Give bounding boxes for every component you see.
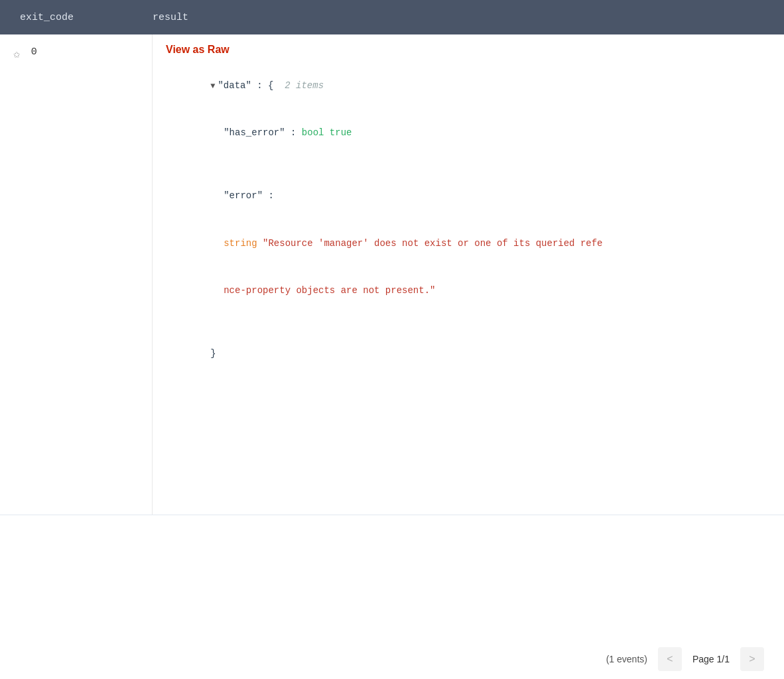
content-row: ✩ 0 View as Raw ▼"data" : { 2 items "has… xyxy=(0,34,784,515)
table-header: exit_code result xyxy=(0,0,784,34)
json-line-spacer xyxy=(166,157,771,173)
json-line-has-error: "has_error" : bool true xyxy=(166,109,771,156)
events-count: (1 events) xyxy=(606,654,647,664)
json-line-error-value2: nce-property objects are not present." xyxy=(166,267,771,314)
json-line-error-value1: string "Resource 'manager' does not exis… xyxy=(166,220,771,267)
header-result: result xyxy=(146,12,208,23)
next-page-button[interactable]: > xyxy=(740,647,764,671)
pin-icon[interactable]: ✩ xyxy=(13,46,21,61)
json-line-error-key: "error" : xyxy=(166,173,771,220)
view-as-raw-link[interactable]: View as Raw xyxy=(166,44,229,56)
prev-page-button[interactable]: < xyxy=(658,647,682,671)
left-columns: ✩ 0 xyxy=(0,34,153,515)
json-line-data: ▼"data" : { 2 items xyxy=(166,62,771,109)
header-exit-code: exit_code xyxy=(13,12,146,23)
json-line-spacer2 xyxy=(166,315,771,331)
result-column: View as Raw ▼"data" : { 2 items "has_err… xyxy=(153,34,784,515)
collapse-triangle[interactable]: ▼ xyxy=(210,82,215,91)
empty-space xyxy=(0,515,784,639)
json-tree: ▼"data" : { 2 items "has_error" : bool t… xyxy=(166,62,771,378)
json-line-closing-brace: } xyxy=(166,331,771,378)
exit-code-value: 0 xyxy=(31,46,37,58)
footer: (1 events) < Page 1/1 > xyxy=(0,639,784,679)
page-info: Page 1/1 xyxy=(692,654,730,664)
